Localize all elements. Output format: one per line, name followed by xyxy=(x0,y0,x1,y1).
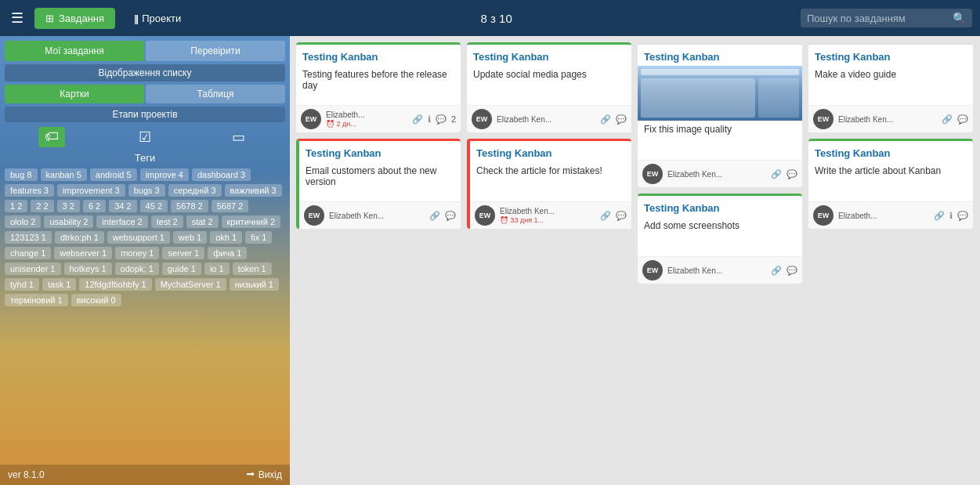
tag-item[interactable]: 2 2 xyxy=(31,200,53,212)
tag-item[interactable]: ololo 2 xyxy=(5,215,41,228)
card-title-c8[interactable]: Testing Kanban xyxy=(808,141,973,162)
tag-item[interactable]: kanban 5 xyxy=(41,168,87,181)
tasks-button[interactable]: ⊞ Завдання xyxy=(34,8,115,29)
kanban-column-0: Testing KanbanTesting features before th… xyxy=(296,42,461,479)
tag-item[interactable]: webserver 1 xyxy=(54,247,112,259)
comment-icon[interactable]: 💬 xyxy=(616,211,627,221)
avatar-c8: EW xyxy=(813,205,834,226)
table-view-button[interactable]: Таблиця xyxy=(146,85,285,103)
card-title-c4[interactable]: Testing Kanban xyxy=(470,141,631,162)
tag-item[interactable]: dashboard 3 xyxy=(192,168,251,181)
footer-info-c2: Elizabeth Ken... xyxy=(329,212,425,220)
tag-item[interactable]: improvement 3 xyxy=(57,184,125,197)
search-input[interactable] xyxy=(807,13,948,24)
tag-item[interactable]: tyhd 1 xyxy=(5,278,39,291)
tag-item[interactable]: websupport 1 xyxy=(107,231,170,244)
tag-item[interactable]: 1 2 xyxy=(5,200,27,212)
tab-check[interactable]: Перевірити xyxy=(146,41,285,61)
tag-item[interactable]: io 1 xyxy=(204,262,230,275)
tag-item[interactable]: test 2 xyxy=(151,215,183,228)
tag-item[interactable]: money 1 xyxy=(115,247,159,259)
tag-item[interactable]: фича 1 xyxy=(208,247,247,259)
tag-item[interactable]: unisender 1 xyxy=(5,262,61,275)
link-icon[interactable]: 🔗 xyxy=(429,211,440,221)
tag-item[interactable]: fix 1 xyxy=(245,231,272,244)
card-title-c1[interactable]: Testing Kanban xyxy=(296,45,461,66)
menu-icon[interactable]: ☰ xyxy=(8,6,27,30)
tag-item[interactable]: 3 2 xyxy=(57,200,80,212)
comment-icon[interactable]: 💬 xyxy=(957,211,968,221)
link-icon[interactable]: 🔗 xyxy=(771,169,782,179)
tag-item[interactable]: терміновий 1 xyxy=(5,294,68,306)
comment-icon[interactable]: 💬 xyxy=(787,169,797,179)
tag-item[interactable]: change 1 xyxy=(5,247,51,259)
search-icon[interactable]: 🔍 xyxy=(953,12,966,24)
tag-item[interactable]: odopk; 1 xyxy=(115,262,159,275)
tag-item[interactable]: android 5 xyxy=(90,168,137,181)
comment-icon[interactable]: 💬 xyxy=(616,114,627,125)
card-title-c7[interactable]: Testing Kanban xyxy=(808,45,973,66)
tag-item[interactable]: 123123 1 xyxy=(5,231,52,244)
tag-item[interactable]: okh 1 xyxy=(210,231,242,244)
card-title-c2[interactable]: Testing Kanban xyxy=(299,141,461,162)
cards-view-button[interactable]: Картки xyxy=(5,85,144,103)
kanban-board: Testing KanbanTesting features before th… xyxy=(290,36,980,485)
view-list-toggle[interactable]: Відображення списку xyxy=(5,64,285,81)
link-icon[interactable]: 🔗 xyxy=(412,114,423,125)
tag-item[interactable]: високий 0 xyxy=(71,294,121,306)
link-icon[interactable]: 🔗 xyxy=(934,211,945,221)
link-icon[interactable]: 🔗 xyxy=(771,266,782,276)
tag-item[interactable]: 6 2 xyxy=(83,200,106,212)
tag-item[interactable]: interface 2 xyxy=(96,215,147,228)
tab-my-tasks[interactable]: Мої завдання xyxy=(5,41,144,61)
tag-item[interactable]: improve 4 xyxy=(140,168,189,181)
tag-item[interactable]: bug 8 xyxy=(5,168,38,181)
tag-item[interactable]: 45 2 xyxy=(140,200,168,212)
header: ☰ ⊞ Завдання ||| Проекти 8 з 10 🔍 xyxy=(0,0,980,36)
link-icon[interactable]: 🔗 xyxy=(600,211,611,221)
tag-item[interactable]: hotkeys 1 xyxy=(64,262,112,275)
stage-bookmark-icon[interactable]: 🏷 xyxy=(38,127,65,147)
avatar-c4: EW xyxy=(475,205,495,226)
tag-item[interactable]: 5678 2 xyxy=(171,200,208,212)
tag-item[interactable]: stat 2 xyxy=(186,215,219,228)
comment-icon[interactable]: 💬 xyxy=(957,114,968,125)
stage-minus-icon[interactable]: ▭ xyxy=(226,127,251,147)
link-icon[interactable]: 🔗 xyxy=(942,114,953,125)
tag-item[interactable]: dtrko:ph 1 xyxy=(55,231,104,244)
logout-button[interactable]: ⮕ Вихід xyxy=(246,469,282,480)
tag-item[interactable]: MychatServer 1 xyxy=(155,278,226,291)
card-title-c3[interactable]: Testing Kanban xyxy=(467,45,631,66)
tag-item[interactable]: 5687 2 xyxy=(212,200,249,212)
link-icon[interactable]: 🔗 xyxy=(600,114,611,125)
tag-item[interactable]: token 1 xyxy=(233,262,272,275)
tag-item[interactable]: середній 3 xyxy=(168,184,222,197)
tag-item[interactable]: server 1 xyxy=(162,247,204,259)
comment-icon[interactable]: 💬 xyxy=(436,114,447,125)
card-title-c5[interactable]: Testing Kanban xyxy=(638,45,802,66)
tag-item[interactable]: features 3 xyxy=(5,184,54,197)
projects-button[interactable]: ||| Проекти xyxy=(123,8,192,29)
card-footer-c8: EWElizabeth...🔗ℹ💬 xyxy=(808,201,973,229)
tag-item[interactable]: usability 2 xyxy=(44,215,93,228)
tag-item[interactable]: важливий 3 xyxy=(225,184,282,197)
kanban-column-1: Testing KanbanUpdate social media pagesE… xyxy=(467,42,631,479)
comment-icon[interactable]: 💬 xyxy=(787,266,797,276)
tag-item[interactable]: bugs 3 xyxy=(128,184,165,197)
tag-item[interactable]: низький 1 xyxy=(230,278,279,291)
info-icon[interactable]: ℹ xyxy=(949,211,953,221)
card-body-c8: Write the article about Kanban xyxy=(808,162,973,201)
footer-name-c2: Elizabeth Ken... xyxy=(329,212,425,220)
stage-check-icon[interactable]: ☑ xyxy=(132,127,157,147)
tag-item[interactable]: 34 2 xyxy=(109,200,136,212)
info-icon[interactable]: ℹ xyxy=(428,114,431,125)
tag-item[interactable]: guide 1 xyxy=(162,262,201,275)
footer-info-c5: Elizabeth Ken... xyxy=(667,170,766,179)
tag-item[interactable]: web 1 xyxy=(173,231,207,244)
comment-icon[interactable]: 💬 xyxy=(445,211,456,221)
sidebar: Мої завдання Перевірити Відображення спи… xyxy=(0,36,290,485)
card-title-c6[interactable]: Testing Kanban xyxy=(638,196,802,217)
tag-item[interactable]: 12fdgdftiohbfy 1 xyxy=(79,278,151,291)
tag-item[interactable]: критичний 2 xyxy=(222,215,281,228)
tag-item[interactable]: task 1 xyxy=(42,278,76,291)
